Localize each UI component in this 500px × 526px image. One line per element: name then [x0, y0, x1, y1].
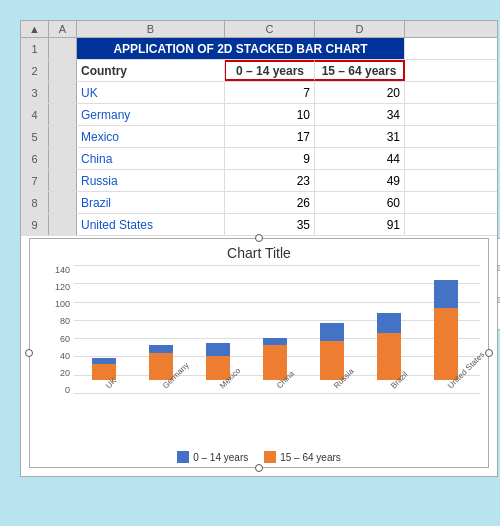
cell-5d: 31	[315, 126, 405, 147]
bar-wrapper: China	[249, 338, 302, 393]
y-axis-label: 100	[55, 299, 70, 309]
column-headers: ▲ A B C D	[21, 21, 497, 38]
chart-plot-area: 140120100806040200 UKGermanyMexicoChinaR…	[38, 265, 480, 415]
cell-3a	[49, 82, 77, 103]
handle-bottom[interactable]	[255, 464, 263, 472]
col-header-c: C	[225, 21, 315, 37]
cell-7a	[49, 170, 77, 191]
handle-right[interactable]	[485, 349, 493, 357]
bar-blue	[149, 345, 173, 353]
data-rows: 3 UK 7 20 4 Germany 10 34 5 Mexico 17 31…	[21, 82, 497, 236]
cell-9c: 35	[225, 214, 315, 235]
bar-wrapper: United States	[419, 280, 472, 393]
y-axis-label: 20	[60, 368, 70, 378]
cell-8b: Brazil	[77, 192, 225, 213]
bar-blue	[377, 313, 401, 333]
bar-orange	[377, 333, 401, 380]
row-num-1: 1	[21, 38, 49, 59]
row-9: 9 United States 35 91	[21, 214, 497, 236]
row-num-9: 9	[21, 214, 49, 235]
row-num-7: 7	[21, 170, 49, 191]
row-4: 4 Germany 10 34	[21, 104, 497, 126]
bar-blue	[206, 343, 230, 356]
cell-6a	[49, 148, 77, 169]
chart-legend: 0 – 14 years 15 – 64 years	[38, 451, 480, 463]
gridline	[74, 393, 480, 394]
legend-label-2: 15 – 64 years	[280, 452, 341, 463]
row-8: 8 Brazil 26 60	[21, 192, 497, 214]
cell-8a	[49, 192, 77, 213]
cell-2d: 15 – 64 years	[315, 60, 405, 81]
cell-7c: 23	[225, 170, 315, 191]
cell-3c: 7	[225, 82, 315, 103]
bars-container: UKGermanyMexicoChinaRussiaBrazilUnited S…	[74, 265, 476, 393]
y-axis-label: 140	[55, 265, 70, 275]
cell-9a	[49, 214, 77, 235]
row-7: 7 Russia 23 49	[21, 170, 497, 192]
legend-swatch-orange	[264, 451, 276, 463]
y-axis-label: 60	[60, 334, 70, 344]
chart-wrapper: Chart Title 140120100806040200 UKGermany…	[29, 238, 489, 468]
stacked-bar	[434, 280, 458, 380]
cell-3b: UK	[77, 82, 225, 103]
bar-blue	[320, 323, 344, 341]
row-num-6: 6	[21, 148, 49, 169]
legend-swatch-blue	[177, 451, 189, 463]
y-axis: 140120100806040200	[38, 265, 74, 395]
bar-orange	[434, 308, 458, 380]
spreadsheet: ▲ A B C D 1 APPLICATION OF 2D STACKED BA…	[20, 20, 498, 477]
cell-4c: 10	[225, 104, 315, 125]
row-1: 1 APPLICATION OF 2D STACKED BAR CHART	[21, 38, 497, 60]
row-6: 6 China 9 44	[21, 148, 497, 170]
chart-box: Chart Title 140120100806040200 UKGermany…	[29, 238, 489, 468]
cell-6d: 44	[315, 148, 405, 169]
cell-2a	[49, 60, 77, 81]
row-num-3: 3	[21, 82, 49, 103]
col-header-b: B	[77, 21, 225, 37]
cell-7d: 49	[315, 170, 405, 191]
cell-8c: 26	[225, 192, 315, 213]
cell-5c: 17	[225, 126, 315, 147]
row-num-2: 2	[21, 60, 49, 81]
col-header-rn: ▲	[21, 21, 49, 37]
legend-item-2: 15 – 64 years	[264, 451, 341, 463]
legend-label-1: 0 – 14 years	[193, 452, 248, 463]
bar-blue	[263, 338, 287, 345]
stacked-bar	[377, 313, 401, 380]
cell-4d: 34	[315, 104, 405, 125]
row-2: 2 Country 0 – 14 years 15 – 64 years	[21, 60, 497, 82]
row-num-5: 5	[21, 126, 49, 147]
cell-5b: Mexico	[77, 126, 225, 147]
row-num-8: 8	[21, 192, 49, 213]
cell-6c: 9	[225, 148, 315, 169]
row-3: 3 UK 7 20	[21, 82, 497, 104]
cell-9d: 91	[315, 214, 405, 235]
y-axis-label: 40	[60, 351, 70, 361]
y-axis-label: 80	[60, 316, 70, 326]
bar-wrapper: UK	[78, 358, 131, 393]
cell-3d: 20	[315, 82, 405, 103]
stacked-bar	[320, 323, 344, 380]
cell-4b: Germany	[77, 104, 225, 125]
handle-top[interactable]	[255, 234, 263, 242]
col-header-d: D	[315, 21, 405, 37]
col-header-a: A	[49, 21, 77, 37]
cell-6b: China	[77, 148, 225, 169]
cell-1a	[49, 38, 77, 59]
handle-left[interactable]	[25, 349, 33, 357]
cell-8d: 60	[315, 192, 405, 213]
row-num-4: 4	[21, 104, 49, 125]
bar-wrapper: Mexico	[192, 343, 245, 393]
bar-wrapper: Germany	[135, 345, 188, 393]
cell-2b: Country	[77, 60, 225, 81]
row-5: 5 Mexico 17 31	[21, 126, 497, 148]
chart-title-cell: APPLICATION OF 2D STACKED BAR CHART	[77, 38, 405, 59]
y-axis-label: 0	[65, 385, 70, 395]
bar-wrapper: Brazil	[362, 313, 415, 393]
cell-2c: 0 – 14 years	[225, 60, 315, 81]
y-axis-label: 120	[55, 282, 70, 292]
cell-7b: Russia	[77, 170, 225, 191]
cell-5a	[49, 126, 77, 147]
cell-4a	[49, 104, 77, 125]
cell-9b: United States	[77, 214, 225, 235]
